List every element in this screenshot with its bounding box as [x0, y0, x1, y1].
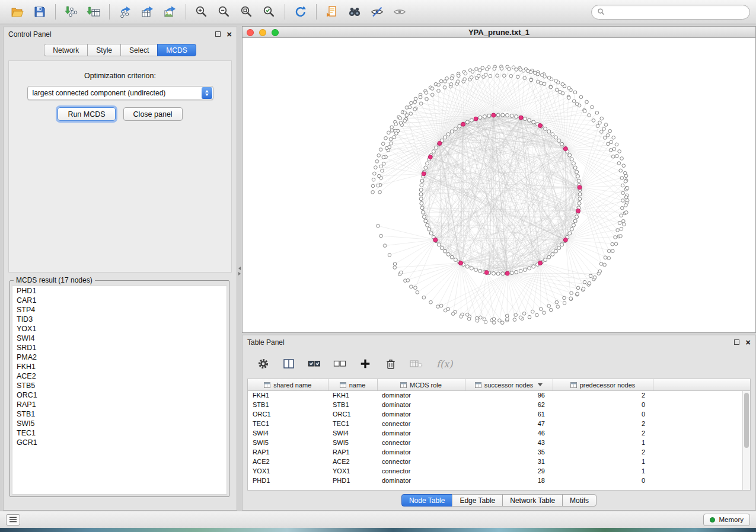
zoom-fit-button[interactable] [235, 2, 258, 22]
mcds-result-item[interactable]: RAP1 [12, 400, 227, 409]
graph-node[interactable] [623, 223, 626, 226]
graph-node[interactable] [532, 265, 535, 268]
graph-node[interactable] [624, 204, 628, 207]
column-header-predecessor-nodes[interactable]: predecessor nodes [553, 379, 653, 390]
mcds-result-item[interactable]: STB5 [12, 381, 227, 390]
graph-node[interactable] [414, 97, 417, 101]
graph-node[interactable] [619, 235, 623, 238]
graph-hub-SWI5[interactable] [505, 271, 509, 275]
graph-node[interactable] [476, 319, 479, 323]
graph-node[interactable] [547, 255, 551, 259]
graph-node[interactable] [383, 244, 387, 248]
graph-node[interactable] [572, 223, 575, 227]
graph-node[interactable] [600, 130, 604, 134]
clear-table-button[interactable] [407, 355, 425, 373]
graph-node[interactable] [583, 280, 586, 284]
graph-node[interactable] [569, 297, 573, 300]
find-network-button[interactable] [343, 2, 366, 22]
graph-node[interactable] [556, 305, 560, 309]
graph-node[interactable] [405, 114, 409, 117]
mcds-result-item[interactable]: SWI5 [12, 419, 227, 428]
graph-node[interactable] [606, 134, 610, 137]
graph-node[interactable] [428, 227, 431, 231]
memory-button[interactable]: Memory [703, 514, 750, 526]
graph-node[interactable] [550, 308, 553, 312]
mcds-result-item[interactable]: FKH1 [12, 362, 227, 371]
table-row[interactable]: SWI5SWI5connector431 [248, 438, 751, 447]
graph-node[interactable] [554, 136, 557, 139]
refresh-button[interactable] [289, 2, 312, 22]
graph-node[interactable] [426, 223, 429, 227]
graph-node[interactable] [465, 265, 469, 268]
status-menu-button[interactable] [6, 514, 20, 525]
graph-node[interactable] [568, 232, 572, 235]
graph-node[interactable] [603, 136, 607, 140]
graph-node[interactable] [528, 118, 531, 122]
graph-node[interactable] [419, 197, 423, 201]
graph-node[interactable] [389, 137, 393, 141]
graph-node[interactable] [522, 312, 526, 316]
graph-node[interactable] [523, 117, 527, 121]
graph-node[interactable] [414, 286, 417, 290]
graph-node[interactable] [551, 133, 554, 136]
graph-node[interactable] [409, 112, 413, 116]
graph-node[interactable] [424, 166, 428, 169]
graph-node[interactable] [528, 315, 531, 319]
graph-node[interactable] [390, 142, 393, 145]
graph-node[interactable] [592, 119, 595, 123]
save-session-button[interactable] [28, 2, 51, 22]
graph-node[interactable] [555, 88, 559, 92]
export-image-button[interactable] [159, 2, 181, 22]
graph-node[interactable] [567, 86, 571, 90]
graph-node[interactable] [570, 158, 573, 161]
mcds-result-item[interactable]: SRD1 [12, 343, 227, 352]
graph-node[interactable] [479, 270, 482, 273]
graph-hub-STP4[interactable] [433, 238, 438, 242]
graph-node[interactable] [377, 154, 381, 158]
graph-node[interactable] [400, 271, 403, 274]
graph-node[interactable] [624, 180, 627, 183]
add-column-button[interactable] [356, 355, 374, 373]
deselect-all-rows-button[interactable] [331, 355, 349, 373]
graph-node[interactable] [372, 178, 375, 182]
graph-node[interactable] [515, 68, 518, 72]
graph-node[interactable] [576, 175, 580, 178]
graph-node[interactable] [570, 227, 573, 231]
graph-node[interactable] [611, 155, 615, 159]
criterion-select[interactable]: largest connected component (undirected) [27, 86, 213, 100]
graph-node[interactable] [621, 199, 625, 203]
graph-node[interactable] [617, 162, 621, 165]
graph-node[interactable] [621, 206, 624, 210]
close-panel-icon[interactable]: × [745, 339, 751, 345]
graph-node[interactable] [465, 313, 469, 316]
graph-node[interactable] [560, 142, 564, 146]
graph-node[interactable] [516, 75, 520, 79]
graph-node[interactable] [602, 127, 606, 131]
close-window-button[interactable] [247, 29, 254, 36]
graph-node[interactable] [429, 300, 433, 304]
column-header-mcds-role[interactable]: MCDS role [377, 379, 465, 390]
graph-node[interactable] [588, 281, 591, 285]
graph-node[interactable] [413, 100, 417, 104]
graph-node[interactable] [465, 120, 469, 124]
graph-node[interactable] [437, 83, 441, 86]
graph-node[interactable] [440, 246, 444, 250]
mcds-result-item[interactable]: ACE2 [12, 371, 227, 381]
graph-node[interactable] [375, 160, 379, 164]
graph-node[interactable] [470, 267, 473, 270]
graph-node[interactable] [390, 126, 394, 129]
graph-node[interactable] [381, 142, 385, 146]
graph-node[interactable] [589, 274, 592, 278]
graph-node[interactable] [399, 121, 403, 125]
graph-node[interactable] [475, 68, 479, 71]
graph-node[interactable] [429, 232, 433, 235]
hide-details-button[interactable] [366, 2, 388, 22]
graph-node[interactable] [531, 310, 535, 313]
graph-node[interactable] [547, 130, 551, 133]
graph-node[interactable] [614, 236, 617, 239]
tab-style[interactable]: Style [87, 44, 121, 56]
graph-node[interactable] [388, 254, 391, 257]
graph-node[interactable] [618, 221, 621, 225]
graph-node[interactable] [496, 113, 500, 117]
graph-hub-YOX1[interactable] [459, 261, 463, 265]
